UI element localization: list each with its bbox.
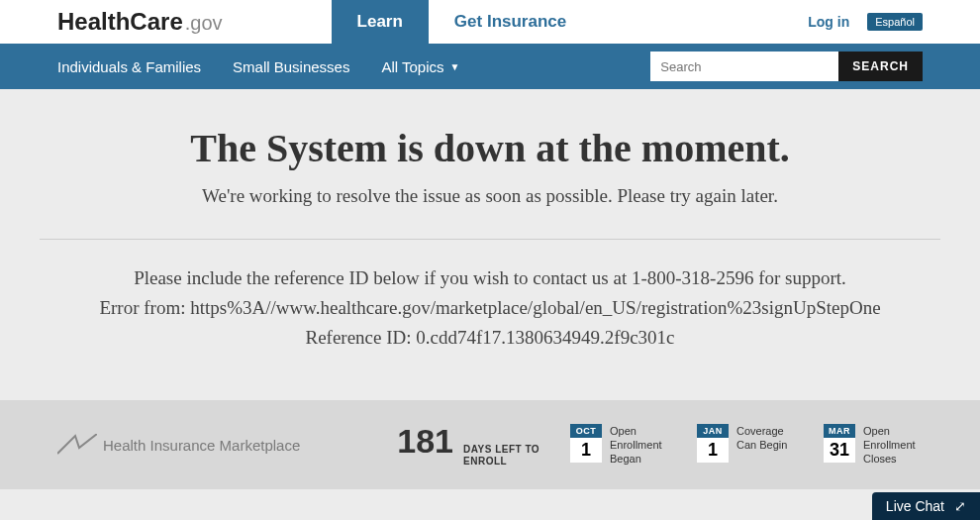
- error-subline: We're working to resolve the issue as so…: [40, 185, 940, 207]
- logo-health: Health: [57, 8, 130, 36]
- error-content: The System is down at the moment. We're …: [0, 89, 980, 349]
- marketplace-logo: Health Insurance Marketplace: [57, 434, 300, 456]
- login-link[interactable]: Log in: [808, 14, 849, 30]
- logo-gov: .gov: [185, 12, 223, 35]
- days-left-label: DAYS LEFT TO ENROLL: [463, 444, 539, 468]
- key-dates: OCT 1 Open Enrollment Began JAN 1 Covera…: [570, 424, 923, 467]
- search-input[interactable]: [650, 52, 838, 81]
- date-coverage-can-begin: JAN 1 Coverage Can Begin: [697, 424, 796, 467]
- nav-small-businesses[interactable]: Small Businesses: [233, 58, 349, 75]
- footer: Health Insurance Marketplace 181 DAYS LE…: [0, 400, 980, 489]
- nav-all-topics[interactable]: All Topics ▼: [381, 58, 459, 75]
- top-bar: HealthCare.gov Learn Get Insurance Log i…: [0, 0, 980, 44]
- support-line: Please include the reference ID below if…: [40, 267, 940, 289]
- enrollment-counter: 181 DAYS LEFT TO ENROLL: [397, 422, 539, 468]
- marketplace-swoosh-icon: [57, 434, 97, 456]
- search-box: SEARCH: [650, 52, 923, 81]
- error-headline: The System is down at the moment.: [40, 125, 940, 171]
- calendar-icon: MAR 31: [824, 424, 855, 463]
- site-logo[interactable]: HealthCare.gov: [57, 8, 223, 36]
- date-open-enrollment-closes: MAR 31 Open Enrollment Closes: [824, 424, 923, 467]
- espanol-button[interactable]: Español: [867, 13, 923, 31]
- primary-tabs: Learn Get Insurance: [332, 0, 593, 44]
- expand-icon: ⤢: [954, 498, 966, 514]
- days-left-number: 181: [397, 422, 453, 461]
- divider: [40, 239, 940, 240]
- search-button[interactable]: SEARCH: [838, 52, 923, 81]
- nav-individuals-families[interactable]: Individuals & Families: [57, 58, 201, 75]
- date-open-enrollment-began: OCT 1 Open Enrollment Began: [570, 424, 669, 467]
- tab-get-insurance[interactable]: Get Insurance: [429, 0, 592, 44]
- live-chat-button[interactable]: Live Chat ⤢: [872, 492, 980, 520]
- calendar-icon: JAN 1: [697, 424, 729, 463]
- top-right: Log in Español: [808, 13, 923, 31]
- calendar-icon: OCT 1: [570, 424, 602, 463]
- logo-care: Care: [130, 8, 182, 36]
- error-from: Error from: https%3A//www.healthcare.gov…: [40, 297, 940, 319]
- nav-bar: Individuals & Families Small Businesses …: [0, 44, 980, 89]
- chevron-down-icon: ▼: [450, 61, 460, 72]
- tab-learn[interactable]: Learn: [332, 0, 429, 44]
- reference-id: Reference ID: 0.cdd74f17.1380634949.2f9c…: [40, 327, 940, 349]
